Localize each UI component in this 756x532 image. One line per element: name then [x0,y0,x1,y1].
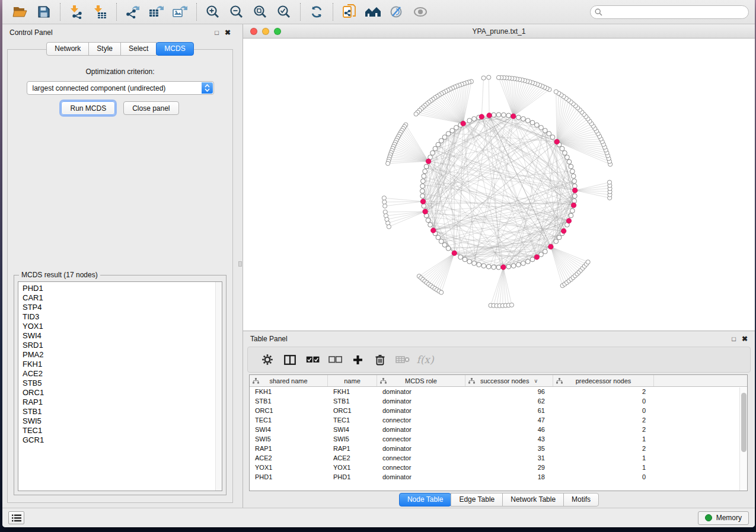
graph-node[interactable] [428,223,433,227]
graph-node[interactable] [439,239,444,243]
list-item[interactable]: SWI5 [23,416,222,426]
scrollbar-thumb[interactable] [741,393,747,452]
home-button[interactable] [361,2,385,22]
graph-leaf-node[interactable] [607,180,611,184]
graph-node[interactable] [423,169,428,174]
add-column-button[interactable] [346,349,369,370]
maximize-window-icon[interactable] [274,28,281,35]
table-row[interactable]: RAP1RAP1dominator352 [250,444,747,453]
chevron-down-icon[interactable]: ∨ [534,378,538,384]
table-scrollbar[interactable] [739,387,747,491]
graph-node[interactable] [436,142,441,147]
graph-hub-node[interactable] [572,188,578,193]
graph-node[interactable] [569,164,573,169]
graph-leaf-node[interactable] [383,204,387,208]
graph-leaf-node[interactable] [382,196,386,200]
list-item[interactable]: SRD1 [23,341,222,350]
graph-node[interactable] [530,257,535,262]
graph-leaf-node[interactable] [481,76,486,80]
column-header-name[interactable]: name [328,375,377,386]
tab-style[interactable]: Style [88,42,121,56]
hide-graphics-details-button[interactable] [385,2,409,22]
table-row[interactable]: PHD1PHD1dominator180 [250,472,747,482]
memory-button[interactable]: Memory [698,511,749,525]
graph-node[interactable] [525,118,530,123]
column-header-MCDS-role[interactable]: MCDS role [377,375,465,386]
graph-hub-node[interactable] [430,228,436,233]
table-settings-button[interactable] [256,349,279,370]
graph-node[interactable] [442,243,447,248]
graph-node[interactable] [511,264,516,268]
graph-hub-node[interactable] [426,159,431,164]
graph-hub-node[interactable] [501,265,506,270]
network-canvas[interactable] [243,39,755,331]
graph-node[interactable] [557,235,562,240]
table-row[interactable]: ORC1ORC1dominator610 [250,406,747,415]
graph-leaf-node[interactable] [414,112,418,116]
float-panel-icon[interactable]: □ [215,30,219,36]
column-header-successor-nodes[interactable]: successor nodes∨ [465,375,553,386]
graph-node[interactable] [547,132,551,136]
graph-node[interactable] [481,264,486,268]
mcds-result-list[interactable]: PHD1CAR1STP4TID3YOX1SWI4SRD1PMA2FKH1ACE2… [18,281,222,491]
graph-leaf-node[interactable] [487,75,491,79]
graph-node[interactable] [516,262,521,267]
minimize-window-icon[interactable] [262,28,269,35]
list-item[interactable]: PHD1 [23,284,222,293]
graph-node[interactable] [421,179,426,184]
graph-node[interactable] [446,246,451,251]
graph-node[interactable] [467,259,472,264]
list-item[interactable]: STP4 [23,303,222,312]
graph-node[interactable] [450,129,455,133]
graph-node[interactable] [570,169,575,174]
graph-node[interactable] [496,113,501,117]
show-graphics-details-button[interactable] [409,2,432,22]
table-row[interactable]: YOX1YOX1connector291 [250,463,747,472]
table-row[interactable]: TEC1TEC1connector472 [250,415,747,425]
share-document-button[interactable] [337,2,361,22]
graph-node[interactable] [420,189,425,194]
graph-node[interactable] [539,252,544,257]
graph-node[interactable] [567,159,572,164]
splitter-handle[interactable] [238,261,242,267]
graph-hub-node[interactable] [511,114,516,119]
graph-leaf-node[interactable] [382,200,387,204]
graph-node[interactable] [570,209,575,213]
graph-node[interactable] [439,139,444,143]
table-row[interactable]: STB1STB1dominator620 [250,396,747,406]
criterion-dropdown[interactable]: largest connected component (undirected) [27,81,214,95]
graph-node[interactable] [433,146,438,151]
graph-node[interactable] [565,155,570,160]
graph-hub-node[interactable] [452,251,457,256]
graph-node[interactable] [420,184,425,188]
graph-node[interactable] [573,194,578,198]
close-table-panel-icon[interactable]: ✖ [742,335,748,342]
import-network-button[interactable] [65,2,88,22]
graph-node[interactable] [492,265,496,270]
graph-node[interactable] [563,150,567,155]
close-window-icon[interactable] [250,28,257,35]
zoom-selected-button[interactable] [272,2,296,22]
graph-node[interactable] [569,213,573,218]
table-row[interactable]: ACE2ACE2connector311 [250,453,747,463]
graph-node[interactable] [424,164,429,169]
export-table-button[interactable] [145,2,168,22]
refresh-layout-button[interactable] [305,2,328,22]
graph-leaf-node[interactable] [554,89,558,94]
deselect-all-rows-button[interactable] [324,349,346,370]
list-item[interactable]: ACE2 [23,369,222,379]
graph-node[interactable] [486,264,491,269]
list-item[interactable]: TEC1 [23,426,222,435]
import-table-button[interactable] [88,2,112,22]
graph-node[interactable] [422,174,426,178]
graph-leaf-node[interactable] [387,225,391,229]
list-item[interactable]: YOX1 [23,322,222,331]
export-image-button[interactable] [168,2,192,22]
tab-network-table[interactable]: Network Table [502,493,564,507]
graph-node[interactable] [560,146,564,151]
graph-node[interactable] [534,123,539,127]
save-session-button[interactable] [32,2,56,22]
tab-node-table[interactable]: Node Table [399,493,452,507]
list-item[interactable]: ORC1 [23,388,222,398]
graph-hub-node[interactable] [420,199,426,204]
